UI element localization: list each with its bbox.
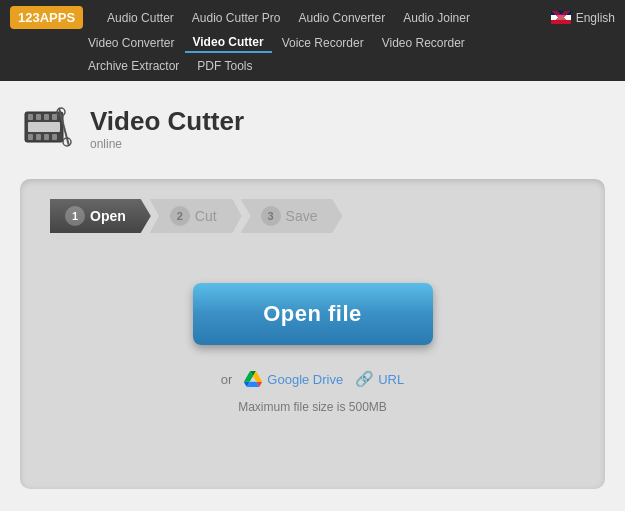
- svg-rect-5: [28, 134, 33, 140]
- app-title: Video Cutter: [90, 106, 244, 137]
- nav-link-archive-extractor[interactable]: Archive Extractor: [80, 57, 187, 75]
- steps-container: 1 Open 2 Cut 3 Save Open file or: [20, 179, 605, 489]
- language-label: English: [576, 11, 615, 25]
- app-subtitle: online: [90, 137, 244, 151]
- steps-tabs: 1 Open 2 Cut 3 Save: [50, 199, 343, 233]
- nav-link-audio-joiner[interactable]: Audio Joiner: [395, 9, 478, 27]
- svg-rect-9: [28, 122, 60, 132]
- open-file-button[interactable]: Open file: [193, 283, 433, 345]
- step2-number: 2: [170, 206, 190, 226]
- url-option[interactable]: 🔗 URL: [355, 370, 404, 388]
- navbar: 123APPS Audio Cutter Audio Cutter Pro Au…: [0, 0, 625, 81]
- svg-rect-4: [52, 114, 57, 120]
- google-drive-option[interactable]: Google Drive: [244, 371, 343, 387]
- step-tab-save[interactable]: 3 Save: [241, 199, 343, 233]
- nav-link-video-cutter[interactable]: Video Cutter: [185, 33, 272, 53]
- step-tab-open[interactable]: 1 Open: [50, 199, 151, 233]
- step1-number: 1: [65, 206, 85, 226]
- nav-link-voice-recorder[interactable]: Voice Recorder: [274, 34, 372, 52]
- nav-link-pdf-tools[interactable]: PDF Tools: [189, 57, 260, 75]
- step1-label: Open: [90, 208, 126, 224]
- flag-icon: [551, 11, 571, 24]
- alt-options: or Google Drive 🔗 URL: [221, 370, 404, 388]
- app-icon: [20, 101, 75, 156]
- svg-rect-2: [36, 114, 41, 120]
- step3-label: Save: [286, 208, 318, 224]
- nav-link-video-recorder[interactable]: Video Recorder: [374, 34, 473, 52]
- step-tab-cut[interactable]: 2 Cut: [150, 199, 242, 233]
- google-drive-label: Google Drive: [267, 372, 343, 387]
- svg-rect-7: [44, 134, 49, 140]
- app-title-block: Video Cutter online: [90, 106, 244, 151]
- svg-rect-8: [52, 134, 57, 140]
- logo[interactable]: 123APPS: [10, 6, 83, 29]
- nav-link-audio-cutter-pro[interactable]: Audio Cutter Pro: [184, 9, 289, 27]
- app-header: Video Cutter online: [20, 96, 605, 161]
- svg-rect-3: [44, 114, 49, 120]
- google-drive-icon: [244, 371, 262, 387]
- nav-link-video-converter[interactable]: Video Converter: [80, 34, 183, 52]
- or-label: or: [221, 372, 233, 387]
- film-icon: [23, 104, 73, 154]
- file-size-note: Maximum file size is 500MB: [238, 400, 387, 414]
- step2-label: Cut: [195, 208, 217, 224]
- svg-rect-1: [28, 114, 33, 120]
- link-icon: 🔗: [355, 370, 374, 388]
- main-content: Video Cutter online 1 Open 2 Cut 3 Save …: [0, 81, 625, 504]
- nav-link-audio-converter[interactable]: Audio Converter: [291, 9, 394, 27]
- url-label: URL: [378, 372, 404, 387]
- language-selector[interactable]: English: [551, 11, 615, 25]
- nav-link-audio-cutter[interactable]: Audio Cutter: [99, 9, 182, 27]
- svg-rect-6: [36, 134, 41, 140]
- step3-number: 3: [261, 206, 281, 226]
